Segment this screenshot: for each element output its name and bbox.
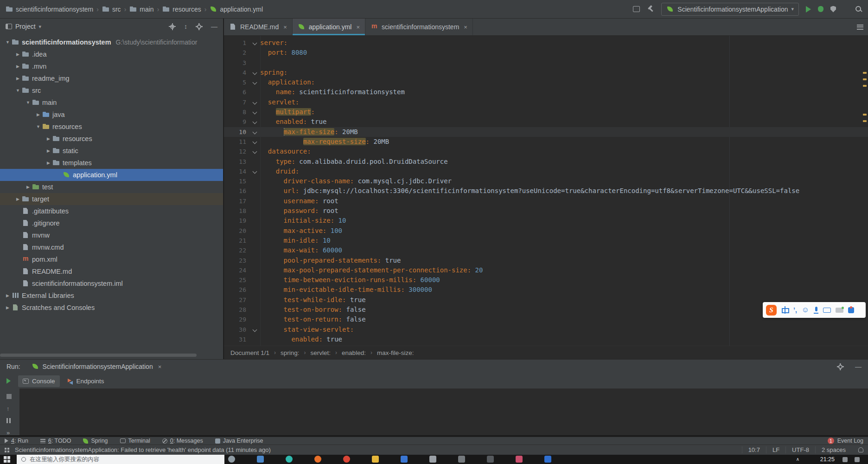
- fold-icon[interactable]: [251, 137, 260, 147]
- tree-item-resources[interactable]: ▼resources: [0, 121, 223, 133]
- toolwindow-button-0-messages[interactable]: 0: Messages: [162, 438, 203, 444]
- code-line-1[interactable]: 1server:: [224, 38, 868, 48]
- tree-item-gitignore[interactable]: .gitignore: [0, 217, 223, 229]
- expand-collapse-icon[interactable]: ↕: [184, 23, 187, 30]
- select-opened-file-icon[interactable]: [169, 23, 176, 30]
- taskbar-search-box[interactable]: 在这里输入你要搜索的内容: [17, 455, 224, 464]
- breadcrumb-item-main[interactable]: main: [129, 6, 153, 13]
- code-line-11[interactable]: 11 max-request-size: 20MB: [224, 137, 868, 147]
- tree-item-test[interactable]: ▶test: [0, 181, 223, 193]
- horizontal-scrollbar[interactable]: [0, 354, 197, 357]
- taskbar-app-blue[interactable]: [401, 456, 408, 463]
- chevron-down-icon[interactable]: ▼: [4, 40, 12, 45]
- code-line-26[interactable]: 26 min-evictable-idle-time-millis: 30000…: [224, 285, 868, 295]
- editor-tab-scientificinformationsystem[interactable]: scientificinformationsystem×: [365, 19, 473, 35]
- tree-item-main[interactable]: ▼main: [0, 97, 223, 109]
- sogou-logo-icon[interactable]: S: [766, 305, 777, 316]
- coverage-button[interactable]: [830, 6, 836, 13]
- chevron-right-icon[interactable]: ▶: [45, 148, 52, 153]
- code-line-19[interactable]: 19 initial-size: 10: [224, 216, 868, 226]
- toolwindow-button-terminal[interactable]: Terminal: [120, 438, 150, 444]
- code-line-17[interactable]: 17 username: root: [224, 196, 868, 206]
- chevron-right-icon[interactable]: ▶: [14, 197, 22, 201]
- warning-stripe-mark[interactable]: [863, 78, 867, 80]
- code-line-20[interactable]: 20 max-active: 100: [224, 226, 868, 236]
- run-tab-endpoints[interactable]: Endpoints: [63, 375, 109, 387]
- search-everywhere-icon[interactable]: [855, 6, 862, 13]
- editor-tab-readme-md[interactable]: README.md×: [224, 19, 293, 35]
- toolwindow-switcher-icon[interactable]: [5, 448, 9, 452]
- code-line-12[interactable]: 12 datasource:: [224, 147, 868, 156]
- code-line-14[interactable]: 14 druid:: [224, 167, 868, 176]
- tree-item-java[interactable]: ▶java: [0, 109, 223, 121]
- line-separator[interactable]: LF: [766, 446, 785, 453]
- gear-icon[interactable]: [196, 23, 203, 30]
- taskbar-app-dark[interactable]: [487, 456, 494, 463]
- taskbar-app-mail[interactable]: [257, 456, 264, 463]
- breadcrumb-item-resources[interactable]: resources: [162, 6, 201, 13]
- fold-icon[interactable]: [251, 68, 260, 77]
- tree-item-external-libraries[interactable]: ▶External Libraries: [0, 290, 223, 302]
- warning-stripe-mark[interactable]: [863, 85, 867, 87]
- run-tab-console[interactable]: Console: [18, 375, 60, 387]
- editor-tab-application-yml[interactable]: application.yml×: [293, 19, 365, 35]
- chevron-right-icon[interactable]: ▶: [4, 293, 12, 298]
- editor-breadcrumb-item[interactable]: spring:: [281, 349, 300, 356]
- code-editor[interactable]: 1server:2 port: 808034spring:5 applicati…: [224, 36, 868, 346]
- close-icon[interactable]: ×: [356, 24, 360, 31]
- taskbar-app-grey2[interactable]: [458, 456, 465, 463]
- warning-stripe-mark[interactable]: [863, 120, 867, 122]
- tree-item-scratches-and-consoles[interactable]: ▶Scratches and Consoles: [0, 302, 223, 314]
- taskbar-app-contacts[interactable]: [228, 456, 235, 463]
- taskbar-app-blue2[interactable]: [544, 456, 551, 463]
- tree-item-readme-img[interactable]: ▶readme_img: [0, 72, 223, 84]
- chevron-down-icon[interactable]: ▼: [14, 88, 22, 93]
- chevron-right-icon[interactable]: ▶: [34, 112, 42, 117]
- tab-list-icon[interactable]: [857, 25, 863, 30]
- fold-icon[interactable]: [251, 97, 260, 107]
- code-line-22[interactable]: 22 max-wait: 60000: [224, 245, 868, 255]
- scroll-up-icon[interactable]: ↑: [6, 405, 10, 412]
- code-line-9[interactable]: 9 enabled: true: [224, 117, 868, 127]
- tree-item-readme-md[interactable]: README.md: [0, 265, 223, 277]
- fold-icon[interactable]: [251, 77, 260, 87]
- tree-item-scientificinformationsystem[interactable]: ▼scientificinformationsystemG:\study\sci…: [0, 36, 223, 48]
- tray-icon[interactable]: [842, 457, 848, 462]
- code-line-31[interactable]: 31 enabled: true: [224, 335, 868, 344]
- console-output[interactable]: [19, 388, 868, 435]
- tree-item-mvn[interactable]: ▶.mvn: [0, 60, 223, 72]
- chevron-down-icon[interactable]: ▾: [39, 24, 42, 30]
- fold-icon[interactable]: [251, 127, 260, 137]
- code-line-25[interactable]: 25 time-between-eviction-runs-millis: 60…: [224, 275, 868, 285]
- tree-item-gitattributes[interactable]: .gitattributes: [0, 205, 223, 217]
- fold-icon[interactable]: [251, 117, 260, 127]
- fold-icon[interactable]: [251, 147, 260, 156]
- toolwindow-layout-icon[interactable]: [633, 6, 640, 12]
- code-line-18[interactable]: 18 password: root: [224, 206, 868, 216]
- taskbar-app-teal[interactable]: [286, 456, 293, 463]
- warning-stripe-mark[interactable]: [863, 114, 867, 116]
- code-line-10[interactable]: 10 max-file-size: 20MB: [224, 127, 868, 137]
- caret-position[interactable]: 10:7: [742, 446, 766, 453]
- run-config-tab[interactable]: ScientificinformationsystemApplication ×: [32, 363, 162, 370]
- code-line-13[interactable]: 13 type: com.alibaba.druid.pool.DruidDat…: [224, 157, 868, 167]
- code-line-2[interactable]: 2 port: 8080: [224, 48, 868, 58]
- code-line-23[interactable]: 23 pool-prepared-statements: true: [224, 256, 868, 265]
- project-panel-title[interactable]: Project: [15, 23, 36, 30]
- taskbar-app-red[interactable]: [516, 456, 523, 463]
- pause-output-icon[interactable]: [6, 418, 11, 423]
- chevron-right-icon[interactable]: ▶: [14, 64, 22, 69]
- breadcrumb-item-src[interactable]: src: [102, 6, 121, 13]
- chevron-right-icon[interactable]: ▶: [24, 185, 32, 189]
- chevron-right-icon[interactable]: ▶: [45, 161, 52, 165]
- chevron-down-icon[interactable]: ▼: [34, 124, 42, 129]
- editor-breadcrumb-item[interactable]: servlet:: [311, 349, 331, 356]
- gear-icon[interactable]: [837, 363, 844, 370]
- close-icon[interactable]: ×: [283, 24, 287, 31]
- code-line-6[interactable]: 6 name: scientificinformationsystem: [224, 87, 868, 97]
- code-line-24[interactable]: 24 max-pool-prepared-statement-per-conne…: [224, 265, 868, 275]
- tree-item-templates[interactable]: ▶templates: [0, 157, 223, 169]
- taskbar-app-yellow[interactable]: [372, 456, 379, 463]
- taskbar-app-browser-red[interactable]: [343, 456, 350, 463]
- tree-item-resources[interactable]: ▶resources: [0, 133, 223, 145]
